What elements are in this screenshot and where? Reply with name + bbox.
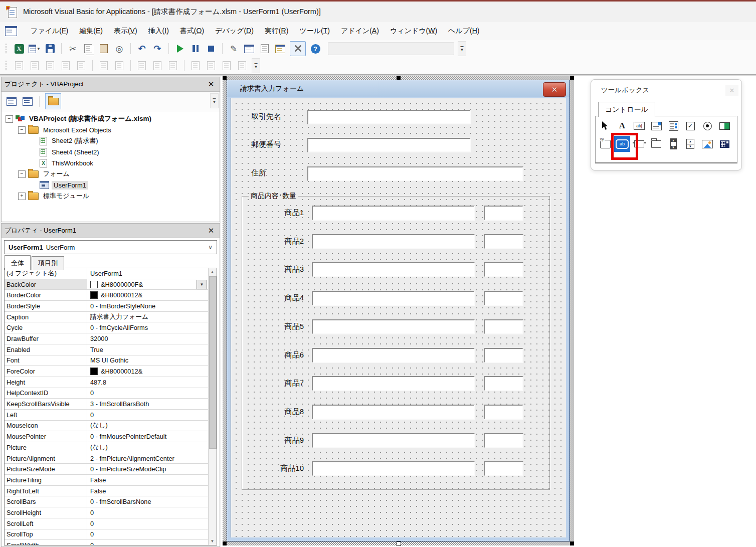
label-tool-icon[interactable]: A	[617, 120, 628, 131]
property-value[interactable]: 0 - fmBorderStyleNone	[87, 301, 209, 311]
property-row[interactable]: DrawBuffer32000	[5, 333, 209, 344]
toggle-folders-icon[interactable]	[45, 93, 61, 109]
menu-r[interactable]: 実行(R)	[259, 24, 294, 38]
property-row[interactable]: KeepScrollBarsVisible3 - fmScrollBarsBot…	[5, 399, 209, 410]
product-name-textbox[interactable]	[312, 405, 475, 420]
resize-handle-top-center[interactable]	[397, 76, 401, 80]
product-qty-textbox[interactable]	[484, 319, 523, 334]
help-icon[interactable]: ?	[309, 43, 321, 55]
property-row[interactable]: Caption請求書入力フォーム	[5, 312, 209, 323]
product-label[interactable]: 商品6	[246, 350, 304, 360]
product-label[interactable]: 商品3	[246, 265, 304, 274]
property-row[interactable]: PictureTilingFalse	[5, 475, 209, 486]
property-value[interactable]: &H80000012&	[87, 366, 209, 377]
property-row[interactable]: Picture(なし)	[5, 442, 209, 453]
product-name-textbox[interactable]	[312, 319, 475, 334]
listbox-tool-icon[interactable]	[668, 120, 679, 131]
property-row[interactable]: PictureSizeMode0 - fmPictureSizeModeClip	[5, 464, 209, 475]
property-row[interactable]: EnabledTrue	[5, 344, 209, 355]
product-qty-textbox[interactable]	[484, 348, 523, 363]
commandbutton-tool-icon[interactable]: ab	[617, 138, 628, 149]
product-label[interactable]: 商品4	[246, 293, 304, 303]
product-label[interactable]: 商品2	[246, 237, 304, 246]
dropdown-button[interactable]: ▼	[197, 280, 207, 289]
property-value[interactable]: False	[87, 486, 209, 496]
userform-client-area[interactable]: 取引先名郵便番号住所商品内容･数量商品1商品2商品3商品4商品5商品6商品7商品…	[231, 98, 566, 537]
toolbar-overflow-button[interactable]	[252, 58, 260, 73]
undo-icon[interactable]: ↶	[136, 43, 148, 55]
togglebutton-tool-icon[interactable]	[719, 120, 730, 131]
properties-tab-categorized[interactable]: 項目別	[32, 256, 64, 270]
optionbutton-tool-icon[interactable]	[702, 120, 713, 131]
product-name-textbox[interactable]	[312, 348, 475, 363]
property-row[interactable]: ScrollLeft0	[5, 518, 209, 529]
product-name-textbox[interactable]	[312, 376, 475, 391]
toolbox-icon[interactable]	[292, 43, 304, 55]
property-value[interactable]: 0	[87, 518, 209, 529]
address-textbox[interactable]	[307, 166, 523, 181]
close-icon[interactable]: ✕	[206, 225, 217, 236]
tree-item[interactable]: −VBAProject (請求書作成フォーム.xlsm)	[2, 113, 220, 124]
property-value[interactable]: 3 - fmScrollBarsBoth	[87, 399, 209, 409]
product-name-textbox[interactable]	[312, 206, 475, 221]
property-value[interactable]: 2 - fmPictureAlignmentCenter	[87, 453, 209, 464]
textbox-tool-icon[interactable]: ab|	[634, 120, 645, 131]
menu-d[interactable]: デバッグ(D)	[210, 24, 259, 38]
product-label[interactable]: 商品8	[246, 407, 304, 417]
view-object-icon[interactable]	[22, 95, 34, 107]
project-explorer-icon[interactable]	[243, 43, 255, 55]
tree-item[interactable]: Sheet4 (Sheet2)	[2, 146, 220, 157]
property-value[interactable]: 0	[87, 507, 209, 518]
product-qty-textbox[interactable]	[484, 234, 523, 249]
multipage-tool-icon[interactable]	[651, 138, 662, 149]
client-name-label[interactable]: 取引先名	[251, 112, 281, 121]
resize-handle-bottom-right[interactable]	[570, 541, 574, 545]
tree-item[interactable]: XThisWorkbook	[2, 157, 220, 168]
property-row[interactable]: ScrollTop0	[5, 529, 209, 540]
product-name-textbox[interactable]	[312, 291, 475, 306]
property-row[interactable]: ForeColor&H80000012&	[5, 366, 209, 377]
object-browser-icon[interactable]	[274, 43, 286, 55]
property-value[interactable]: False	[87, 475, 209, 485]
resize-handle-bottom-center[interactable]	[397, 541, 401, 546]
property-row[interactable]: ScrollHeight0	[5, 507, 209, 518]
property-value[interactable]: &H8000000F&▼	[87, 279, 209, 290]
image-tool-icon[interactable]	[702, 138, 713, 149]
product-frame[interactable]: 商品内容･数量商品1商品2商品3商品4商品5商品6商品7商品8商品9商品10	[242, 196, 550, 490]
product-name-textbox[interactable]	[312, 433, 475, 448]
expand-icon[interactable]: +	[18, 193, 26, 200]
menu-f[interactable]: ファイル(F)	[25, 24, 74, 38]
scrollbar-thumb[interactable]	[209, 276, 217, 449]
property-value[interactable]: 0	[87, 410, 209, 420]
property-value[interactable]: UserForm1	[87, 268, 209, 279]
properties-scrollbar[interactable]: ▲ ▼	[208, 268, 217, 545]
properties-tab-all[interactable]: 全体	[5, 255, 31, 270]
property-value[interactable]: 0 - fmScrollBarsNone	[87, 496, 209, 507]
property-row[interactable]: FontMS UI Gothic	[5, 355, 209, 367]
menu-i[interactable]: 挿入(I)	[143, 24, 174, 38]
product-label[interactable]: 商品1	[246, 208, 304, 218]
menu-t[interactable]: ツール(T)	[294, 24, 335, 38]
property-value[interactable]: 32000	[87, 333, 209, 344]
property-row[interactable]: Cycle0 - fmCycleAllForms	[5, 322, 209, 333]
save-icon[interactable]	[44, 43, 56, 55]
postal-code-textbox[interactable]	[307, 138, 471, 152]
userform-titlebar[interactable]: 請求書入力フォーム ✕	[227, 80, 570, 97]
userform-close-button[interactable]: ✕	[543, 82, 566, 97]
tree-item[interactable]: Sheet2 (請求書)	[2, 135, 220, 146]
design-mode-icon[interactable]: ✎	[228, 43, 240, 55]
select-objects-tool-icon[interactable]	[600, 120, 611, 131]
product-qty-textbox[interactable]	[484, 461, 523, 476]
product-label[interactable]: 商品7	[246, 379, 304, 388]
product-qty-textbox[interactable]	[484, 405, 523, 420]
address-label[interactable]: 住所	[251, 168, 266, 178]
property-row[interactable]: RightToLeftFalse	[5, 486, 209, 497]
close-icon[interactable]: ✕	[206, 79, 217, 90]
object-selector-dropdown[interactable]: UserForm1 UserForm ∨	[4, 240, 217, 254]
cut-icon[interactable]: ✂	[67, 43, 79, 55]
product-qty-textbox[interactable]	[484, 262, 523, 277]
property-value[interactable]: 487.8	[87, 377, 209, 388]
scroll-down-icon[interactable]: ▼	[209, 537, 216, 545]
toolbox-icon-active[interactable]	[290, 41, 306, 56]
close-icon[interactable]: ✕	[725, 85, 738, 96]
